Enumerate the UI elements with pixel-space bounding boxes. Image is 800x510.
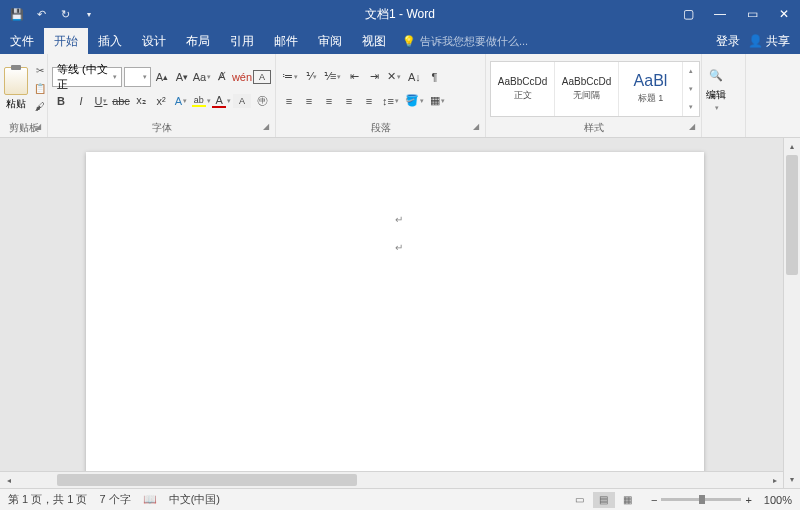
undo-icon[interactable]: ↶ xyxy=(32,5,50,23)
font-name-select[interactable]: 等线 (中文正▾ xyxy=(52,67,122,87)
change-case-button[interactable]: Aa▾ xyxy=(193,67,211,87)
phonetic-guide-button[interactable]: wén xyxy=(233,67,251,87)
numbering-button[interactable]: ⅟▾ xyxy=(302,67,320,87)
shading-button[interactable]: 🪣▾ xyxy=(403,91,426,111)
maximize-icon[interactable]: ▭ xyxy=(736,0,768,28)
decrease-indent-button[interactable]: ⇤ xyxy=(345,67,363,87)
style-preview: AaBbCcDd xyxy=(498,76,547,87)
format-painter-icon[interactable]: 🖌 xyxy=(32,99,48,115)
strikethrough-button[interactable]: abc xyxy=(112,91,130,111)
tab-layout[interactable]: 布局 xyxy=(176,28,220,54)
style-normal[interactable]: AaBbCcDd 正文 xyxy=(491,62,555,116)
shrink-font-button[interactable]: A▾ xyxy=(173,67,191,87)
sort-button[interactable]: A↓ xyxy=(405,67,423,87)
clear-format-button[interactable]: A̸ xyxy=(213,67,231,87)
group-styles: AaBbCcDd 正文 AaBbCcDd 无间隔 AaBl 标题 1 ▴▾▾ 样… xyxy=(486,54,702,137)
scroll-thumb[interactable] xyxy=(786,155,798,275)
highlight-button[interactable]: ab▾ xyxy=(192,91,211,111)
styles-more-button[interactable]: ▴▾▾ xyxy=(683,62,699,116)
multilevel-button[interactable]: ⅟≡▾ xyxy=(322,67,343,87)
save-icon[interactable]: 💾 xyxy=(8,5,26,23)
web-layout-icon[interactable]: ▦ xyxy=(617,492,639,508)
line-spacing-button[interactable]: ↕≡▾ xyxy=(380,91,401,111)
underline-button[interactable]: U▾ xyxy=(92,91,110,111)
scroll-down-icon[interactable]: ▾ xyxy=(784,471,800,488)
editing-more-icon[interactable]: ▾ xyxy=(715,104,719,112)
copy-icon[interactable]: 📋 xyxy=(32,81,48,97)
find-icon[interactable]: 🔍 xyxy=(707,66,725,86)
zoom-thumb[interactable] xyxy=(699,495,705,504)
cut-icon[interactable]: ✂ xyxy=(32,63,48,79)
char-shading-button[interactable]: A xyxy=(233,94,251,108)
minimize-icon[interactable]: — xyxy=(704,0,736,28)
scroll-right-icon[interactable]: ▸ xyxy=(766,472,783,488)
paste-button[interactable]: 粘贴 xyxy=(4,67,28,111)
style-preview: AaBl xyxy=(634,72,668,90)
tab-review[interactable]: 审阅 xyxy=(308,28,352,54)
tab-mailings[interactable]: 邮件 xyxy=(264,28,308,54)
font-launcher-icon[interactable]: ◢ xyxy=(263,122,269,131)
superscript-button[interactable]: x² xyxy=(152,91,170,111)
style-name: 无间隔 xyxy=(573,89,600,102)
login-link[interactable]: 登录 xyxy=(716,33,740,50)
tab-view[interactable]: 视图 xyxy=(352,28,396,54)
distribute-button[interactable]: ≡ xyxy=(360,91,378,111)
redo-icon[interactable]: ↻ xyxy=(56,5,74,23)
paste-icon xyxy=(4,67,28,95)
ribbon-options-icon[interactable]: ▢ xyxy=(672,0,704,28)
scroll-thumb[interactable] xyxy=(57,474,357,486)
zoom-in-icon[interactable]: + xyxy=(745,494,751,506)
scroll-up-icon[interactable]: ▴ xyxy=(784,138,800,155)
zoom-slider[interactable]: − + xyxy=(651,494,752,506)
share-button[interactable]: 👤 共享 xyxy=(748,33,790,50)
close-icon[interactable]: ✕ xyxy=(768,0,800,28)
qat-more-icon[interactable]: ▾ xyxy=(80,5,98,23)
zoom-track[interactable] xyxy=(661,498,741,501)
italic-button[interactable]: I xyxy=(72,91,90,111)
style-heading1[interactable]: AaBl 标题 1 xyxy=(619,62,683,116)
zoom-level[interactable]: 100% xyxy=(764,494,792,506)
page-count[interactable]: 第 1 页，共 1 页 xyxy=(8,492,87,507)
show-marks-button[interactable]: ¶ xyxy=(425,67,443,87)
read-mode-icon[interactable]: ▭ xyxy=(569,492,591,508)
clipboard-launcher-icon[interactable]: ◢ xyxy=(35,122,41,131)
print-layout-icon[interactable]: ▤ xyxy=(593,492,615,508)
align-right-button[interactable]: ≡ xyxy=(320,91,338,111)
font-size-select[interactable]: ▾ xyxy=(124,67,151,87)
align-center-button[interactable]: ≡ xyxy=(300,91,318,111)
justify-button[interactable]: ≡ xyxy=(340,91,358,111)
font-color-button[interactable]: A▾ xyxy=(213,91,232,111)
styles-launcher-icon[interactable]: ◢ xyxy=(689,122,695,131)
word-count[interactable]: 7 个字 xyxy=(99,492,130,507)
text-effects-button[interactable]: A▾ xyxy=(172,91,190,111)
tab-insert[interactable]: 插入 xyxy=(88,28,132,54)
grow-font-button[interactable]: A▴ xyxy=(153,67,171,87)
page[interactable]: ↵ ↵ xyxy=(86,152,704,488)
zoom-out-icon[interactable]: − xyxy=(651,494,657,506)
paragraph-launcher-icon[interactable]: ◢ xyxy=(473,122,479,131)
char-border-button[interactable]: A xyxy=(253,70,271,84)
bold-button[interactable]: B xyxy=(52,91,70,111)
share-icon: 👤 xyxy=(748,34,763,48)
spellcheck-icon[interactable]: 📖 xyxy=(143,493,157,506)
quick-access-toolbar: 💾 ↶ ↻ ▾ xyxy=(0,5,106,23)
scroll-left-icon[interactable]: ◂ xyxy=(0,472,17,488)
subscript-button[interactable]: x₂ xyxy=(132,91,150,111)
tell-me-search[interactable]: 💡 告诉我您想要做什么... xyxy=(402,34,528,49)
group-clipboard: 粘贴 ✂ 📋 🖌 剪贴板◢ xyxy=(0,54,48,137)
asian-layout-button[interactable]: ✕▾ xyxy=(385,67,403,87)
language-status[interactable]: 中文(中国) xyxy=(169,492,220,507)
increase-indent-button[interactable]: ⇥ xyxy=(365,67,383,87)
align-left-button[interactable]: ≡ xyxy=(280,91,298,111)
tab-home[interactable]: 开始 xyxy=(44,28,88,54)
style-no-spacing[interactable]: AaBbCcDd 无间隔 xyxy=(555,62,619,116)
bullets-button[interactable]: ≔▾ xyxy=(280,67,300,87)
horizontal-scrollbar[interactable]: ◂ ▸ xyxy=(0,471,783,488)
document-area: ↵ ↵ ▴ ▾ ◂ ▸ xyxy=(0,138,800,488)
enclose-char-button[interactable]: ㊥ xyxy=(253,91,271,111)
tab-references[interactable]: 引用 xyxy=(220,28,264,54)
tab-design[interactable]: 设计 xyxy=(132,28,176,54)
borders-button[interactable]: ▦▾ xyxy=(428,91,447,111)
tab-file[interactable]: 文件 xyxy=(0,28,44,54)
vertical-scrollbar[interactable]: ▴ ▾ xyxy=(783,138,800,488)
